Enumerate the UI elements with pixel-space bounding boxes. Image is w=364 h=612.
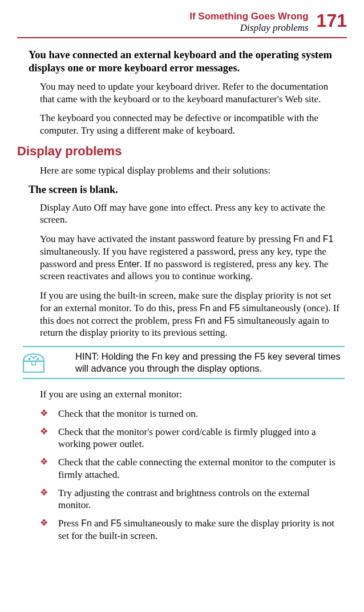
text: and [211, 303, 229, 313]
blank-para-2: You may have activated the instant passw… [40, 233, 345, 283]
fn-key: Fn [293, 234, 304, 244]
page-number: 171 [317, 11, 347, 30]
blank-para-1: Display Auto Off may have gone into effe… [40, 202, 345, 227]
svg-point-5 [30, 356, 32, 357]
keyboard-para-1: You may need to update your keyboard dri… [40, 80, 345, 106]
f5-key: F5 [224, 316, 235, 325]
text: Holding the [102, 351, 152, 361]
svg-point-4 [37, 358, 39, 360]
bullet-text: Check that the cable connecting the exte… [58, 456, 345, 481]
svg-rect-7 [32, 361, 35, 365]
header-text: If Something Goes Wrong Display problems [189, 11, 308, 34]
list-item: ❖ Press Fn and F5 simultaneously to make… [40, 517, 345, 542]
hint-text: HINT: Holding the Fn key and pressing th… [75, 351, 345, 375]
diamond-bullet-icon: ❖ [40, 408, 58, 420]
page-header: If Something Goes Wrong Display problems… [17, 11, 347, 38]
keyboard-error-heading: You have connected an external keyboard … [29, 49, 345, 75]
display-problems-heading: Display problems [17, 144, 345, 159]
external-monitor-list: ❖ Check that the monitor is turned on. ❖… [40, 408, 345, 542]
f5-key: F5 [111, 518, 122, 528]
text: and [304, 233, 323, 244]
text: You may have activated the instant passw… [40, 233, 293, 244]
svg-point-3 [33, 357, 35, 359]
list-item: ❖ Check that the cable connecting the ex… [40, 456, 345, 481]
fn-key: Fn [200, 303, 211, 313]
hint-block: HINT: Holding the Fn key and pressing th… [23, 346, 345, 379]
svg-point-6 [35, 356, 37, 357]
bullet-text: Check that the monitor's power cord/cabl… [58, 426, 345, 451]
list-item: ❖ Try adjusting the contrast and brightn… [40, 487, 345, 512]
text: and [205, 315, 224, 326]
page-content: You have connected an external keyboard … [17, 49, 347, 542]
display-intro: Here are some typical display problems a… [40, 164, 345, 177]
blank-para-3: If you are using the built-in screen, ma… [40, 289, 345, 339]
list-item: ❖ Check that the monitor's power cord/ca… [40, 426, 345, 451]
treasure-chest-icon [22, 351, 46, 375]
text: Press [58, 518, 81, 529]
chapter-title: If Something Goes Wrong [189, 11, 308, 22]
fn-key: Fn [195, 316, 205, 325]
f5-key: F5 [254, 352, 265, 361]
header-section: Display problems [189, 22, 308, 34]
bullet-text: Try adjusting the contrast and brightnes… [58, 487, 345, 512]
keyboard-para-2: The keyboard you connected may be defect… [40, 112, 345, 137]
diamond-bullet-icon: ❖ [40, 456, 58, 468]
enter-key: Enter [118, 259, 139, 269]
svg-point-2 [29, 358, 31, 360]
f5-key: F5 [229, 303, 240, 313]
diamond-bullet-icon: ❖ [40, 517, 58, 529]
diamond-bullet-icon: ❖ [40, 426, 58, 438]
bullet-text: Check that the monitor is turned on. [58, 408, 345, 420]
fn-key: Fn [152, 352, 163, 361]
bullet-text: Press Fn and F5 simultaneously to make s… [58, 517, 345, 542]
external-monitor-intro: If you are using an external monitor: [40, 388, 345, 401]
screen-blank-heading: The screen is blank. [29, 184, 345, 196]
text: key and pressing the [163, 351, 254, 361]
f1-key: F1 [323, 234, 334, 244]
text: and [92, 518, 111, 529]
diamond-bullet-icon: ❖ [40, 487, 58, 499]
list-item: ❖ Check that the monitor is turned on. [40, 408, 345, 420]
fn-key: Fn [81, 518, 92, 528]
hint-label: HINT: [75, 351, 102, 361]
